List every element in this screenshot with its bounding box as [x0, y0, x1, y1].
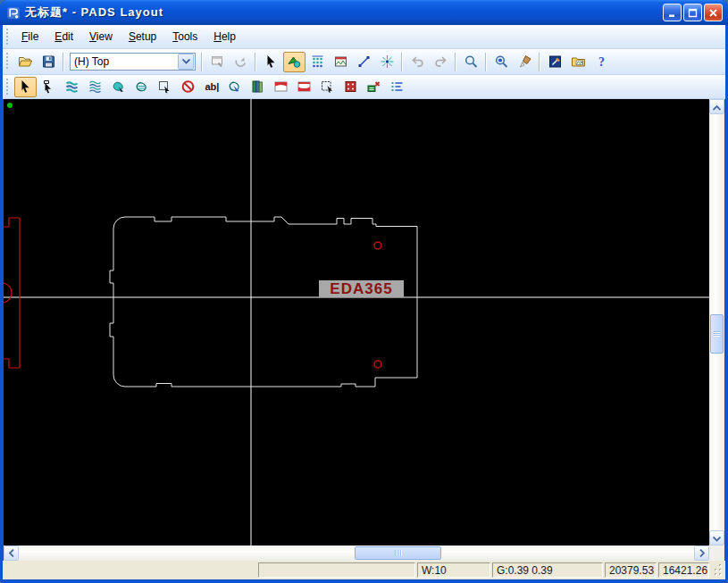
toolbar-grip[interactable] — [5, 53, 10, 71]
redraw-button[interactable] — [514, 52, 536, 72]
ratsnest-radial-icon — [380, 54, 395, 69]
teal-waves-icon — [64, 79, 79, 94]
chevron-down-icon[interactable] — [178, 54, 194, 70]
refresh-arrows-icon — [233, 54, 248, 69]
menu-view[interactable]: View — [81, 28, 121, 46]
status-x-coordinate: 20379.53 — [605, 562, 657, 578]
drafting-toolbar-grip[interactable] — [5, 79, 10, 95]
copper-pour-hatch-button[interactable] — [84, 77, 106, 97]
toolbar-separator — [485, 53, 487, 71]
horizontal-scroll-thumb[interactable] — [355, 546, 441, 560]
vertical-scrollbar[interactable] — [709, 99, 724, 546]
rect-pointer-icon — [320, 79, 335, 94]
menu-tools[interactable]: Tools — [164, 28, 205, 46]
red-part-outline[interactable] — [4, 218, 20, 368]
splash-arrow-icon — [111, 79, 126, 94]
undo-arrow-icon — [410, 54, 425, 69]
design-toolbar-button[interactable] — [283, 52, 305, 72]
chevron-right-icon — [699, 546, 705, 560]
splash-blue-arrow-icon — [227, 79, 242, 94]
project-explorer-button[interactable] — [567, 52, 590, 72]
eco-toolbar-button[interactable] — [330, 52, 352, 72]
selection-button[interactable] — [14, 77, 37, 97]
flood-button[interactable] — [107, 77, 130, 97]
toolbar-separator — [63, 53, 64, 71]
scroll-right-button[interactable] — [694, 546, 709, 561]
horizontal-scrollbar[interactable] — [4, 546, 709, 561]
maximize-icon — [688, 8, 698, 18]
display-options-button[interactable] — [386, 77, 408, 97]
dimensioning-toolbar-button[interactable] — [353, 52, 375, 72]
route-toolbar-button[interactable] — [376, 52, 398, 72]
folder-image-icon — [571, 54, 586, 69]
menu-file[interactable]: File — [13, 28, 46, 46]
library-button[interactable] — [247, 77, 269, 97]
chevron-left-icon — [9, 546, 14, 560]
scrollbar-corner — [709, 546, 724, 561]
auto-plane-button[interactable] — [154, 77, 176, 97]
status-bar: W:10 G:0.39 0.39 20379.53 16421.26 — [3, 561, 725, 579]
menu-bar: FileEditViewSetupToolsHelp — [3, 25, 725, 49]
hatch-button[interactable] — [130, 77, 153, 97]
drill-hole[interactable] — [374, 361, 381, 368]
bga-dots-icon — [310, 54, 325, 69]
selection-mode-button[interactable] — [260, 52, 282, 72]
vertical-scroll-thumb[interactable] — [710, 314, 724, 354]
menu-edit[interactable]: Edit — [46, 28, 81, 46]
scroll-left-button[interactable] — [4, 546, 19, 561]
copper-cutout-button[interactable] — [223, 77, 246, 97]
rect-arrow-icon — [157, 79, 172, 94]
help-button[interactable]: ? — [590, 52, 613, 72]
menu-setup[interactable]: Setup — [121, 28, 164, 46]
list-lines-icon — [389, 79, 405, 94]
board-outline[interactable] — [110, 217, 417, 387]
drill-hole[interactable] — [374, 242, 381, 249]
text-button[interactable]: ab| — [200, 77, 222, 97]
scroll-down-button[interactable] — [709, 530, 724, 546]
no-entry-icon — [180, 79, 196, 94]
save-file-button[interactable] — [38, 52, 60, 72]
verify-design-button[interactable] — [544, 52, 566, 72]
design-canvas[interactable]: EDA365 — [4, 99, 709, 546]
red-wave-icon — [273, 79, 289, 94]
teal-waves2-icon — [88, 79, 103, 94]
copper-pour-button[interactable] — [61, 77, 83, 97]
close-button[interactable] — [704, 4, 723, 21]
window-title: 无标题* - PADS Layout — [25, 4, 163, 21]
zoom-mode-button[interactable] — [490, 52, 513, 72]
maximize-button[interactable] — [683, 4, 702, 21]
close-icon — [708, 8, 718, 18]
paint-brush-icon — [517, 54, 532, 69]
open-file-button[interactable] — [14, 52, 37, 72]
undo-button — [406, 52, 429, 72]
toolbar-separator — [455, 53, 456, 71]
redo-arrow-icon — [433, 54, 448, 69]
minimize-button[interactable] — [663, 4, 682, 21]
layers-image-icon — [333, 54, 348, 69]
eco-mode-button[interactable] — [363, 77, 385, 97]
board-text-label[interactable]: EDA365 — [319, 280, 404, 297]
decal-button[interactable] — [339, 77, 362, 97]
keepout-button[interactable] — [177, 77, 199, 97]
measure-line-icon — [356, 54, 372, 69]
scroll-up-button[interactable] — [709, 99, 724, 114]
status-grid-panel: G:0.39 0.39 — [492, 562, 603, 578]
split-plane-mixed-button[interactable] — [293, 77, 315, 97]
floppy-save-icon — [41, 54, 56, 69]
select-documents-button[interactable] — [38, 77, 60, 97]
pointer-arrow-icon — [18, 79, 33, 94]
zoom-button[interactable] — [460, 52, 482, 72]
origin-marker — [7, 103, 13, 108]
magnifier-icon — [464, 54, 479, 69]
select-board-button[interactable] — [316, 77, 339, 97]
menu-help[interactable]: Help — [205, 28, 244, 46]
split-plane-button[interactable] — [270, 77, 292, 97]
properties-window-icon — [210, 54, 225, 69]
menubar-grip[interactable] — [5, 29, 10, 45]
status-message-panel — [258, 562, 415, 578]
bga-toolbar-button[interactable] — [306, 52, 329, 72]
drafting-toolbar: ab| — [3, 75, 725, 99]
layer-combobox[interactable]: (H) Top — [70, 53, 196, 71]
resize-grip[interactable] — [712, 562, 724, 578]
red-chip-icon — [343, 79, 358, 94]
